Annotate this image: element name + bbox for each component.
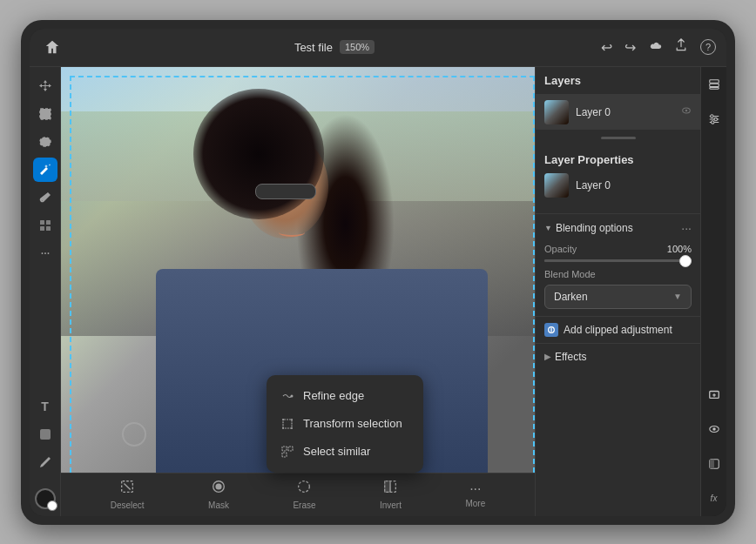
svg-rect-21: [385, 481, 390, 493]
share-button[interactable]: [674, 38, 688, 56]
svg-point-31: [711, 120, 714, 124]
tool-mosaic[interactable]: [33, 213, 57, 238]
adjustments-icon[interactable]: [704, 109, 725, 130]
select-similar-icon: [280, 445, 294, 459]
blending-options: ▼ Blending options ··· Opacity 100%: [536, 213, 700, 316]
mask-icon: [211, 479, 226, 499]
visibility-toggle-icon[interactable]: [704, 419, 725, 440]
tool-shape[interactable]: [33, 422, 57, 447]
erase-label: Erase: [293, 500, 315, 510]
svg-point-8: [282, 419, 284, 420]
right-panels-wrapper: Layers Layer 0: [535, 67, 726, 516]
bottom-tool-invert[interactable]: Invert: [380, 479, 402, 510]
context-menu-select-similar[interactable]: Select similar: [267, 438, 423, 466]
canvas-area[interactable]: Refine edge Transform sel: [61, 67, 535, 516]
tool-select-rect[interactable]: [33, 102, 57, 126]
help-button[interactable]: ?: [700, 39, 716, 55]
layers-icon[interactable]: [704, 74, 725, 95]
svg-point-18: [215, 483, 221, 489]
blend-more-button[interactable]: ···: [681, 221, 692, 235]
file-title: Test file: [294, 41, 333, 54]
layer-thumbnail: [544, 100, 569, 124]
blend-mode-value: Darken: [554, 291, 588, 303]
blending-options-label: Blending options: [556, 222, 633, 234]
top-bar: Test file 150% ↩ ↪ ?: [30, 29, 726, 67]
slider-fill: [544, 259, 692, 262]
tool-magic-wand[interactable]: [33, 158, 57, 182]
svg-rect-7: [283, 420, 292, 428]
refine-edge-icon: [280, 389, 294, 403]
bottom-tool-erase[interactable]: Erase: [293, 479, 315, 510]
layers-panel-header: Layers: [536, 67, 700, 95]
add-clipped-adjustment-button[interactable]: Add clipped adjustment: [536, 316, 700, 343]
svg-rect-5: [40, 429, 51, 440]
bottom-toolbar: Deselect Mask: [61, 473, 535, 516]
clipped-icon: [544, 323, 558, 337]
svg-point-9: [291, 419, 293, 420]
layer-properties-name: Layer 0: [576, 179, 611, 191]
blend-mode-select[interactable]: Darken ▼: [544, 285, 692, 309]
layer-properties: Layer Properties Layer 0: [536, 146, 700, 213]
bottom-tool-more[interactable]: ··· More: [465, 481, 485, 508]
layer-visibility-icon[interactable]: [681, 105, 692, 118]
blend-collapse-icon[interactable]: ▼: [544, 224, 552, 232]
tool-more[interactable]: ···: [33, 241, 57, 265]
layer-properties-thumbnail: [544, 173, 569, 198]
svg-rect-28: [709, 87, 719, 89]
tool-text[interactable]: T: [33, 394, 57, 419]
undo-button[interactable]: ↩: [601, 39, 612, 56]
transform-icon: [280, 417, 294, 431]
svg-rect-0: [40, 109, 51, 119]
blend-mode-chevron: ▼: [673, 292, 682, 301]
erase-icon: [296, 479, 312, 499]
layers-panel: Layers Layer 0: [536, 67, 700, 130]
more-icon: ···: [469, 481, 481, 497]
svg-point-30: [714, 118, 718, 121]
fx-icon[interactable]: fx: [704, 488, 725, 509]
blend-mode-row: Blend Mode: [544, 269, 692, 279]
context-menu-refine-edge[interactable]: Refine edge: [267, 382, 423, 410]
slider-thumb[interactable]: [679, 255, 692, 267]
svg-rect-26: [709, 79, 719, 83]
svg-rect-14: [282, 453, 287, 457]
cloud-button[interactable]: [648, 38, 662, 56]
layer-properties-item: Layer 0: [544, 173, 692, 198]
context-menu: Refine edge Transform sel: [267, 375, 423, 473]
tool-pen[interactable]: [33, 450, 57, 474]
redo-button[interactable]: ↪: [624, 39, 636, 56]
blend-mode-label: Blend Mode: [544, 269, 596, 279]
zoom-level[interactable]: 150%: [340, 40, 375, 54]
tool-move[interactable]: [33, 74, 57, 98]
mask-label: Mask: [208, 500, 229, 510]
blend-title: ▼ Blending options: [544, 222, 633, 234]
bottom-tool-mask[interactable]: Mask: [208, 479, 229, 510]
more-label: More: [465, 499, 485, 508]
effects-section[interactable]: ▶ Effects: [536, 343, 700, 370]
layer-properties-title: Layer Properties: [544, 153, 692, 166]
add-clipped-label: Add clipped adjustment: [564, 324, 672, 336]
svg-rect-3: [40, 226, 44, 231]
invert-label: Invert: [380, 500, 402, 510]
svg-point-23: [685, 110, 688, 112]
opacity-slider[interactable]: [544, 259, 692, 262]
color-foreground[interactable]: [35, 488, 56, 509]
add-layer-icon[interactable]: [704, 384, 725, 405]
tool-lasso[interactable]: [33, 130, 57, 154]
layer-item-0[interactable]: Layer 0: [536, 95, 700, 130]
bottom-tool-deselect[interactable]: Deselect: [111, 479, 145, 510]
slider-track: [544, 259, 692, 262]
svg-point-6: [291, 394, 294, 397]
svg-point-10: [282, 427, 284, 429]
layer-name: Layer 0: [576, 106, 674, 118]
context-menu-transform[interactable]: Transform selection: [267, 410, 423, 438]
panel-divider: [601, 137, 636, 139]
effects-label: Effects: [555, 351, 586, 363]
mask-panel-icon[interactable]: [704, 453, 725, 474]
right-icon-bar: fx: [700, 67, 726, 516]
tool-brush[interactable]: [33, 185, 57, 210]
layers-panel-title: Layers: [544, 74, 581, 87]
home-button[interactable]: [40, 35, 64, 59]
svg-line-16: [125, 483, 131, 489]
svg-rect-1: [40, 220, 44, 225]
deselect-icon: [119, 479, 135, 499]
